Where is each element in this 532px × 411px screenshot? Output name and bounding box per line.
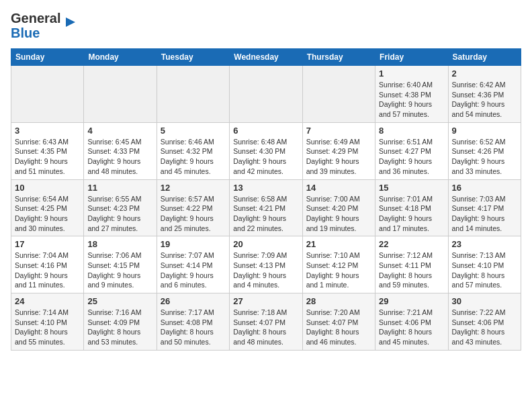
day-info: Sunrise: 7:00 AM Sunset: 4:20 PM Dayligh…	[306, 194, 371, 234]
day-info: Sunrise: 7:09 AM Sunset: 4:13 PM Dayligh…	[233, 250, 298, 290]
day-info: Sunrise: 7:14 AM Sunset: 4:10 PM Dayligh…	[15, 308, 80, 347]
day-number: 17	[15, 239, 80, 249]
day-info: Sunrise: 6:58 AM Sunset: 4:21 PM Dayligh…	[233, 194, 298, 234]
day-info: Sunrise: 7:16 AM Sunset: 4:09 PM Dayligh…	[87, 308, 152, 347]
day-info: Sunrise: 7:17 AM Sunset: 4:08 PM Dayligh…	[161, 308, 226, 347]
day-info: Sunrise: 6:57 AM Sunset: 4:22 PM Dayligh…	[161, 194, 226, 234]
calendar-cell: 15Sunrise: 7:01 AM Sunset: 4:18 PM Dayli…	[375, 179, 448, 236]
day-info: Sunrise: 7:06 AM Sunset: 4:15 PM Dayligh…	[87, 250, 152, 290]
day-info: Sunrise: 6:43 AM Sunset: 4:35 PM Dayligh…	[15, 137, 80, 177]
calendar-cell: 21Sunrise: 7:10 AM Sunset: 4:12 PM Dayli…	[302, 236, 375, 293]
calendar-week-row: 3Sunrise: 6:43 AM Sunset: 4:35 PM Daylig…	[11, 122, 521, 179]
calendar-cell	[157, 66, 229, 123]
day-number: 16	[452, 183, 517, 193]
day-number: 14	[306, 183, 371, 193]
day-number: 15	[379, 183, 444, 193]
day-info: Sunrise: 6:48 AM Sunset: 4:30 PM Dayligh…	[233, 137, 298, 177]
weekday-header: Sunday	[11, 49, 84, 66]
calendar-cell: 25Sunrise: 7:16 AM Sunset: 4:09 PM Dayli…	[84, 293, 157, 351]
day-info: Sunrise: 7:12 AM Sunset: 4:11 PM Dayligh…	[379, 250, 444, 290]
calendar-cell: 18Sunrise: 7:06 AM Sunset: 4:15 PM Dayli…	[84, 236, 157, 293]
day-number: 29	[379, 296, 444, 306]
day-number: 26	[161, 296, 226, 306]
day-info: Sunrise: 7:01 AM Sunset: 4:18 PM Dayligh…	[379, 194, 444, 234]
day-info: Sunrise: 7:18 AM Sunset: 4:07 PM Dayligh…	[233, 308, 298, 347]
calendar-cell: 5Sunrise: 6:46 AM Sunset: 4:32 PM Daylig…	[157, 122, 229, 179]
calendar-cell: 28Sunrise: 7:20 AM Sunset: 4:07 PM Dayli…	[302, 293, 375, 351]
day-info: Sunrise: 6:52 AM Sunset: 4:26 PM Dayligh…	[452, 137, 517, 177]
day-number: 1	[379, 68, 444, 79]
day-number: 21	[306, 239, 371, 249]
day-number: 27	[233, 296, 298, 306]
calendar-week-row: 10Sunrise: 6:54 AM Sunset: 4:25 PM Dayli…	[11, 179, 521, 236]
day-number: 5	[161, 126, 226, 136]
day-info: Sunrise: 6:42 AM Sunset: 4:36 PM Dayligh…	[452, 80, 517, 120]
calendar-week-row: 1Sunrise: 6:40 AM Sunset: 4:38 PM Daylig…	[11, 66, 521, 123]
day-info: Sunrise: 6:40 AM Sunset: 4:38 PM Dayligh…	[379, 80, 444, 120]
day-info: Sunrise: 7:13 AM Sunset: 4:10 PM Dayligh…	[452, 250, 517, 290]
calendar-cell	[302, 66, 375, 123]
day-info: Sunrise: 6:51 AM Sunset: 4:27 PM Dayligh…	[379, 137, 444, 177]
calendar-header-row: SundayMondayTuesdayWednesdayThursdayFrid…	[11, 49, 521, 66]
calendar-week-row: 17Sunrise: 7:04 AM Sunset: 4:16 PM Dayli…	[11, 236, 521, 293]
day-number: 10	[15, 183, 80, 193]
day-number: 12	[161, 183, 226, 193]
calendar-cell: 6Sunrise: 6:48 AM Sunset: 4:30 PM Daylig…	[230, 122, 302, 179]
day-number: 18	[87, 239, 152, 249]
day-number: 22	[379, 239, 444, 249]
weekday-header: Friday	[375, 49, 448, 66]
calendar-cell: 26Sunrise: 7:17 AM Sunset: 4:08 PM Dayli…	[157, 293, 229, 351]
calendar-cell: 12Sunrise: 6:57 AM Sunset: 4:22 PM Dayli…	[157, 179, 229, 236]
calendar-cell: 10Sunrise: 6:54 AM Sunset: 4:25 PM Dayli…	[11, 179, 84, 236]
day-info: Sunrise: 6:49 AM Sunset: 4:29 PM Dayligh…	[306, 137, 371, 177]
day-info: Sunrise: 6:54 AM Sunset: 4:25 PM Dayligh…	[15, 194, 80, 234]
day-number: 13	[233, 183, 298, 193]
calendar-cell: 27Sunrise: 7:18 AM Sunset: 4:07 PM Dayli…	[230, 293, 302, 351]
day-number: 4	[87, 126, 152, 136]
calendar-cell	[230, 66, 302, 123]
calendar-table: SundayMondayTuesdayWednesdayThursdayFrid…	[11, 48, 521, 351]
day-info: Sunrise: 7:03 AM Sunset: 4:17 PM Dayligh…	[452, 194, 517, 234]
day-info: Sunrise: 6:55 AM Sunset: 4:23 PM Dayligh…	[87, 194, 152, 234]
day-info: Sunrise: 7:20 AM Sunset: 4:07 PM Dayligh…	[306, 308, 371, 347]
calendar-cell: 7Sunrise: 6:49 AM Sunset: 4:29 PM Daylig…	[302, 122, 375, 179]
day-number: 28	[306, 296, 371, 306]
calendar-cell: 17Sunrise: 7:04 AM Sunset: 4:16 PM Dayli…	[11, 236, 84, 293]
calendar-cell: 22Sunrise: 7:12 AM Sunset: 4:11 PM Dayli…	[375, 236, 448, 293]
calendar-cell: 1Sunrise: 6:40 AM Sunset: 4:38 PM Daylig…	[375, 66, 448, 123]
calendar-cell: 23Sunrise: 7:13 AM Sunset: 4:10 PM Dayli…	[448, 236, 521, 293]
calendar-cell: 2Sunrise: 6:42 AM Sunset: 4:36 PM Daylig…	[448, 66, 521, 123]
calendar-cell	[11, 66, 84, 123]
logo-blue: Blue	[11, 26, 40, 40]
weekday-header: Thursday	[302, 49, 375, 66]
day-info: Sunrise: 6:45 AM Sunset: 4:33 PM Dayligh…	[87, 137, 152, 177]
calendar-cell: 14Sunrise: 7:00 AM Sunset: 4:20 PM Dayli…	[302, 179, 375, 236]
day-number: 7	[306, 126, 371, 136]
day-number: 3	[15, 126, 80, 136]
logo-general: General	[11, 11, 60, 26]
day-info: Sunrise: 7:10 AM Sunset: 4:12 PM Dayligh…	[306, 250, 371, 290]
calendar-cell: 4Sunrise: 6:45 AM Sunset: 4:33 PM Daylig…	[84, 122, 157, 179]
calendar-week-row: 24Sunrise: 7:14 AM Sunset: 4:10 PM Dayli…	[11, 293, 521, 351]
day-number: 23	[452, 239, 517, 249]
weekday-header: Tuesday	[157, 49, 229, 66]
logo-arrow-icon	[63, 15, 78, 30]
calendar-cell: 16Sunrise: 7:03 AM Sunset: 4:17 PM Dayli…	[448, 179, 521, 236]
svg-marker-0	[66, 17, 75, 27]
day-number: 25	[87, 296, 152, 306]
weekday-header: Monday	[84, 49, 157, 66]
day-info: Sunrise: 7:21 AM Sunset: 4:06 PM Dayligh…	[379, 308, 444, 347]
weekday-header: Saturday	[448, 49, 521, 66]
day-info: Sunrise: 7:07 AM Sunset: 4:14 PM Dayligh…	[161, 250, 226, 290]
day-info: Sunrise: 7:22 AM Sunset: 4:06 PM Dayligh…	[452, 308, 517, 347]
day-info: Sunrise: 6:46 AM Sunset: 4:32 PM Dayligh…	[161, 137, 226, 177]
day-number: 19	[161, 239, 226, 249]
logo: General Blue	[11, 11, 78, 40]
calendar-cell: 19Sunrise: 7:07 AM Sunset: 4:14 PM Dayli…	[157, 236, 229, 293]
day-info: Sunrise: 7:04 AM Sunset: 4:16 PM Dayligh…	[15, 250, 80, 290]
day-number: 2	[452, 68, 517, 79]
day-number: 11	[87, 183, 152, 193]
day-number: 24	[15, 296, 80, 306]
calendar-cell: 11Sunrise: 6:55 AM Sunset: 4:23 PM Dayli…	[84, 179, 157, 236]
day-number: 6	[233, 126, 298, 136]
